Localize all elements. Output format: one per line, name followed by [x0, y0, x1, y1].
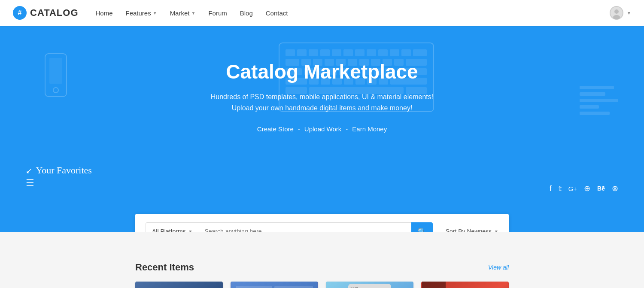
hero-content: Catalog Marketplace Hundreds of PSD temp… [0, 26, 644, 201]
card-image-2 [231, 282, 318, 288]
card-image-4: Explore LINKIN PARK [421, 282, 509, 288]
section-title: Recent Items [135, 262, 194, 273]
user-avatar[interactable] [610, 6, 623, 20]
market-dropdown-icon: ▼ [191, 11, 195, 15]
main-content: Recent Items View all Monday [135, 232, 509, 288]
create-store-link[interactable]: Create Store [257, 125, 294, 133]
cards-grid: Monday 58 [135, 282, 509, 288]
card-item-2[interactable] [231, 282, 318, 288]
svg-rect-65 [274, 286, 313, 288]
hamburger-icon[interactable]: ☰ [26, 178, 34, 189]
favorites-badge: ↙ Your Favorites [26, 165, 92, 176]
twitter-icon[interactable]: 𝕥 [559, 185, 562, 193]
search-row: All Platforms ▼ 🔍 Sort By Newness ▼ [146, 222, 498, 232]
nav-forum[interactable]: Forum [208, 9, 227, 17]
sort-dropdown-icon: ▼ [494, 229, 498, 232]
navbar: # CATALOG Home Features ▼ Market ▼ Forum… [0, 0, 644, 26]
nav-features[interactable]: Features ▼ [126, 9, 157, 17]
nav-blog[interactable]: Blog [240, 9, 253, 17]
card-item-3[interactable]: 12:30 Google Play Music ♪ Deezer Music ♪… [326, 282, 413, 288]
navbar-right: ▼ [610, 6, 631, 20]
brand[interactable]: # CATALOG [13, 6, 79, 20]
card-item-1[interactable]: Monday 58 [135, 282, 223, 288]
search-bar-container: All Platforms ▼ 🔍 Sort By Newness ▼ [135, 214, 509, 232]
brand-icon: # [13, 6, 27, 20]
brand-name: CATALOG [30, 7, 79, 18]
platform-label: All Platforms [152, 228, 186, 232]
features-dropdown-icon: ▼ [153, 11, 157, 15]
sort-dropdown[interactable]: Sort By Newness ▼ [433, 228, 498, 232]
separator-2: - [346, 125, 348, 133]
nav-market[interactable]: Market ▼ [170, 9, 196, 17]
card-image-1: Monday 58 [135, 282, 223, 288]
card-image-3: 12:30 Google Play Music ♪ Deezer Music ♪… [326, 282, 413, 288]
hero-subtitle: Hundreds of PSD templates, mobile applic… [206, 91, 438, 113]
search-button[interactable]: 🔍 [411, 222, 433, 232]
search-icon: 🔍 [418, 227, 426, 232]
hero-title: Catalog Marketplace [226, 60, 418, 84]
card-item-4[interactable]: Explore LINKIN PARK [421, 282, 509, 288]
platform-dropdown-icon: ▼ [188, 229, 193, 232]
section-header: Recent Items View all [135, 262, 509, 273]
googleplus-icon[interactable]: G+ [568, 185, 577, 192]
dribbble-icon[interactable]: ⊕ [584, 184, 590, 193]
nav-contact[interactable]: Contact [266, 9, 288, 17]
favorites-arrow-icon: ↙ [26, 167, 32, 175]
favorites-text: Your Favorites [36, 165, 91, 176]
svg-rect-64 [236, 286, 272, 288]
behance-icon[interactable]: Bē [597, 185, 605, 192]
svg-text:12:30: 12:30 [350, 286, 358, 288]
view-all-link[interactable]: View all [488, 264, 509, 271]
user-dropdown-icon[interactable]: ▼ [627, 11, 631, 15]
hero-section: Catalog Marketplace Hundreds of PSD temp… [0, 26, 644, 232]
svg-rect-57 [136, 282, 222, 288]
nav-links: Home Features ▼ Market ▼ Forum Blog Cont… [96, 9, 610, 17]
hero-links: Create Store - Upload Work - Earn Money [257, 125, 387, 133]
pinterest-icon[interactable]: ⊗ [612, 184, 618, 193]
upload-work-link[interactable]: Upload Work [304, 125, 341, 133]
facebook-icon[interactable]: f [550, 184, 552, 193]
earn-money-link[interactable]: Earn Money [352, 125, 387, 133]
svg-rect-94 [422, 282, 446, 288]
social-icons-group: f 𝕥 G+ ⊕ Bē ⊗ [550, 184, 618, 193]
sort-label: Sort By Newness [446, 228, 492, 232]
separator-1: - [298, 125, 300, 133]
nav-home[interactable]: Home [96, 9, 113, 17]
search-input[interactable] [198, 222, 411, 232]
platform-select[interactable]: All Platforms ▼ [146, 222, 198, 232]
svg-point-1 [614, 9, 619, 14]
